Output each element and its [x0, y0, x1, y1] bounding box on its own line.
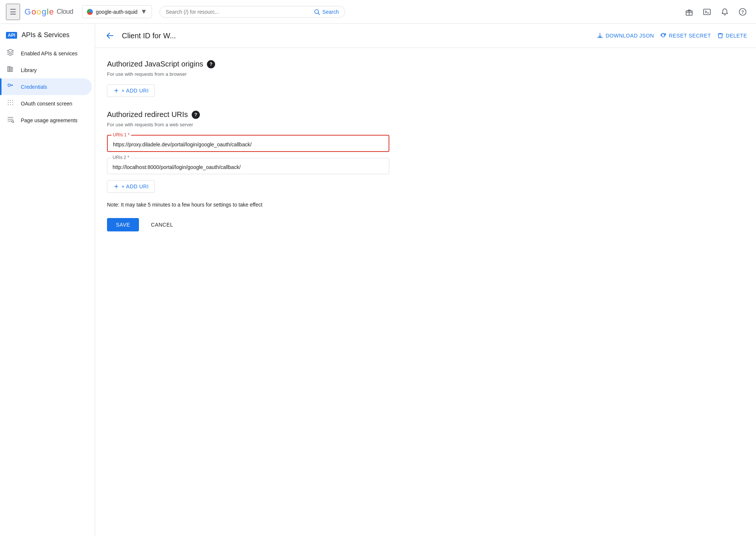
redirect-uris-subtitle: For use with requests from a web server: [107, 122, 744, 127]
sidebar: API APIs & Services Enabled APIs & servi…: [0, 24, 95, 536]
project-icon: [87, 9, 93, 15]
js-origins-subtitle: For use with requests from a browser: [107, 71, 744, 77]
sidebar-label-enabled-apis: Enabled APIs & services: [21, 51, 78, 56]
save-button[interactable]: SAVE: [107, 218, 139, 231]
credentials-icon: [6, 82, 15, 91]
js-origins-title: Authorized JavaScript origins ?: [107, 60, 744, 68]
sidebar-item-page-usage[interactable]: Page usage agreements: [0, 112, 92, 129]
svg-point-12: [8, 102, 9, 103]
redirect-uris-title: Authorized redirect URIs ?: [107, 110, 744, 119]
sidebar-label-library: Library: [21, 67, 37, 73]
svg-point-19: [12, 104, 13, 105]
uri2-field-group: URIs 2 *: [107, 158, 389, 174]
sidebar-item-library[interactable]: Library: [0, 62, 92, 78]
svg-rect-8: [10, 66, 11, 71]
redirect-uris-help-icon[interactable]: ?: [192, 111, 200, 119]
redirect-uris-add-uri-button[interactable]: + ADD URI: [107, 180, 155, 193]
search-bar: Search: [159, 6, 345, 18]
uri2-label: URIs 2 *: [111, 155, 131, 160]
reset-secret-label: RESET SECRET: [669, 33, 711, 39]
oauth-consent-icon: [6, 99, 15, 108]
library-icon: [6, 65, 15, 75]
gift-icon-button[interactable]: [682, 4, 697, 19]
uri1-field-wrapper: URIs 1 *: [107, 135, 389, 152]
enabled-apis-icon: [6, 49, 15, 58]
svg-point-18: [12, 102, 13, 103]
svg-rect-7: [8, 66, 9, 71]
plus-icon: [113, 88, 119, 94]
plus-icon-2: [113, 183, 119, 189]
cancel-button[interactable]: CANCEL: [145, 218, 179, 231]
project-name: google-auth-squid: [96, 9, 137, 15]
main-layout: API APIs & Services Enabled APIs & servi…: [0, 24, 756, 536]
note-text: Note: It may take 5 minutes to a few hou…: [107, 202, 744, 208]
js-origins-help-icon[interactable]: ?: [207, 60, 215, 68]
help-icon: ?: [739, 8, 747, 16]
svg-point-13: [8, 104, 9, 105]
uri1-field-group: URIs 1 *: [107, 135, 389, 152]
chevron-down-icon: ▼: [140, 8, 147, 16]
form-content: Authorized JavaScript origins ? For use …: [95, 48, 756, 243]
search-icon: [314, 9, 320, 15]
svg-point-10: [8, 84, 10, 87]
hamburger-menu[interactable]: ☰: [6, 4, 20, 20]
search-label: Search: [322, 9, 339, 15]
form-actions: SAVE CANCEL: [107, 218, 744, 231]
sidebar-item-enabled-apis[interactable]: Enabled APIs & services: [0, 45, 92, 62]
page-header: Client ID for W... DOWNLOAD JSON RESET S…: [95, 24, 756, 48]
sidebar-header: API APIs & Services: [0, 27, 95, 45]
svg-point-11: [8, 100, 9, 101]
top-nav: ☰ Google Cloud google-auth-squid ▼ Searc…: [0, 0, 756, 24]
delete-button[interactable]: DELETE: [717, 32, 747, 39]
notifications-button[interactable]: [717, 4, 732, 19]
page-actions: DOWNLOAD JSON RESET SECRET DELETE: [597, 32, 747, 39]
reset-icon: [660, 32, 666, 39]
page-usage-icon: [6, 116, 15, 125]
js-origins-section: Authorized JavaScript origins ? For use …: [107, 60, 744, 97]
help-button[interactable]: ?: [735, 4, 750, 19]
terminal-icon: [703, 8, 711, 16]
main-content: Client ID for W... DOWNLOAD JSON RESET S…: [95, 24, 756, 536]
download-json-button[interactable]: DOWNLOAD JSON: [597, 32, 654, 39]
uri2-input[interactable]: [107, 158, 389, 174]
svg-rect-9: [12, 67, 13, 72]
uri2-field-wrapper: URIs 2 *: [107, 158, 389, 174]
terminal-icon-button[interactable]: [700, 4, 714, 19]
sidebar-title: APIs & Services: [22, 31, 69, 39]
svg-text:?: ?: [741, 9, 744, 14]
uri1-label: URIs 1 *: [111, 132, 131, 137]
bell-icon: [721, 8, 729, 16]
svg-point-17: [12, 100, 13, 101]
redirect-uris-section: Authorized redirect URIs ? For use with …: [107, 110, 744, 193]
sidebar-item-credentials[interactable]: Credentials: [0, 78, 92, 95]
api-badge: API: [6, 32, 17, 39]
reset-secret-button[interactable]: RESET SECRET: [660, 32, 711, 39]
search-button[interactable]: Search: [314, 9, 339, 15]
svg-point-14: [10, 100, 11, 101]
svg-line-1: [318, 13, 319, 14]
svg-line-24: [13, 122, 14, 123]
project-selector[interactable]: google-auth-squid ▼: [82, 5, 152, 18]
google-cloud-logo: Google Cloud: [25, 7, 73, 17]
download-icon: [597, 32, 603, 39]
svg-point-15: [10, 102, 11, 103]
svg-point-16: [10, 104, 11, 105]
sidebar-label-oauth-consent: OAuth consent screen: [21, 101, 72, 107]
search-input[interactable]: [166, 9, 311, 15]
nav-icons: ?: [682, 4, 750, 19]
sidebar-item-oauth-consent[interactable]: OAuth consent screen: [0, 95, 92, 112]
sidebar-label-page-usage: Page usage agreements: [21, 117, 78, 123]
back-arrow-icon: [106, 31, 114, 40]
delete-label: DELETE: [726, 33, 747, 39]
sidebar-label-credentials: Credentials: [21, 84, 47, 90]
back-button[interactable]: [104, 30, 116, 42]
download-json-label: DOWNLOAD JSON: [606, 33, 654, 39]
delete-icon: [717, 32, 724, 39]
uri1-input[interactable]: [108, 136, 389, 151]
gift-icon: [685, 8, 693, 16]
js-origins-add-uri-button[interactable]: + ADD URI: [107, 84, 155, 97]
page-title: Client ID for W...: [122, 32, 176, 40]
